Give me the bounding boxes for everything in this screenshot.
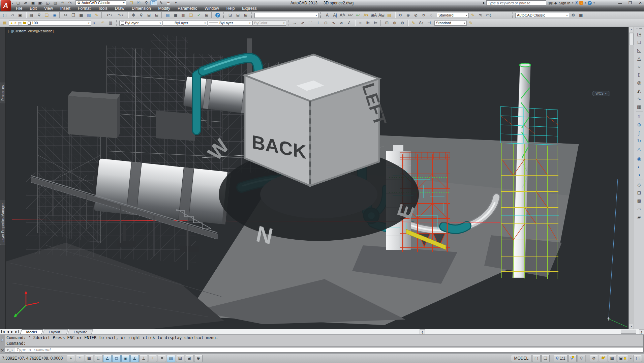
cylinder-icon[interactable]: ▯ bbox=[635, 70, 643, 79]
text-box-icon[interactable]: ▭t bbox=[485, 12, 492, 19]
command-input[interactable] bbox=[15, 347, 643, 352]
layer-properties-manager-icon[interactable]: ▤ bbox=[1, 20, 8, 26]
prev-tab-icon[interactable]: ◀ bbox=[6, 330, 10, 333]
polar-tracking-toggle[interactable]: ∠ bbox=[103, 355, 112, 362]
save-icon[interactable]: ▣ bbox=[17, 12, 24, 19]
lineweight-toggle[interactable]: ≡ bbox=[158, 355, 166, 362]
minimize-button[interactable]: — bbox=[618, 1, 622, 5]
send-to-back-icon[interactable]: ↻ bbox=[420, 12, 427, 19]
tab-model[interactable]: Model bbox=[20, 329, 43, 334]
annotation-order-icon[interactable]: ◌ bbox=[428, 12, 435, 19]
revolve-icon[interactable]: ↻ bbox=[635, 137, 643, 145]
scroll-right-icon[interactable]: ❯ bbox=[639, 329, 644, 334]
print-icon[interactable]: ▤ bbox=[52, 0, 59, 5]
command-grip[interactable] bbox=[1, 335, 4, 337]
cone-icon[interactable]: △ bbox=[635, 54, 643, 62]
workspace-settings-gear-icon[interactable]: ⚙ bbox=[570, 12, 577, 19]
find-text-icon[interactable]: ABC bbox=[347, 12, 354, 19]
scroll-up-icon[interactable]: ▲ bbox=[629, 27, 634, 32]
text-style-combo[interactable]: Standard▼ bbox=[437, 13, 469, 18]
offset-faces-icon[interactable]: ⊠ bbox=[635, 197, 643, 205]
transfer-icon[interactable]: ❏ bbox=[128, 0, 135, 5]
zoom-previous-icon[interactable]: ⊟ bbox=[153, 12, 160, 19]
3d-dwf-icon[interactable]: ◉ bbox=[51, 12, 58, 19]
hyperlink-icon[interactable]: ⊟ bbox=[234, 12, 242, 19]
justify-text-icon[interactable]: A⊟ bbox=[378, 12, 385, 19]
presspull-icon[interactable]: ⊕ bbox=[635, 121, 643, 129]
compass-west[interactable]: W bbox=[203, 134, 233, 164]
layer-properties-manager-palette-tab[interactable]: Layer Properties Manager bbox=[0, 201, 5, 245]
polysolid-icon[interactable]: ◳ bbox=[635, 30, 643, 38]
dim-style-brush-icon[interactable]: ✎ bbox=[467, 20, 474, 26]
clean-screen-icon[interactable]: ▢ bbox=[634, 355, 642, 362]
menu-modify[interactable]: Modify bbox=[155, 6, 174, 11]
match-properties-icon[interactable]: ✎ bbox=[93, 12, 100, 19]
tab-layout1[interactable]: Layout1 bbox=[42, 329, 68, 334]
make-object-layer-current-icon[interactable]: ⇤ bbox=[91, 20, 99, 26]
zoom-window-icon[interactable]: ⊞ bbox=[145, 12, 153, 19]
extrude-faces-icon[interactable]: ◇ bbox=[635, 181, 643, 189]
command-customize-wrench-icon[interactable]: ⚒ bbox=[0, 349, 4, 352]
menu-parametric[interactable]: Parametric bbox=[174, 6, 201, 11]
edit-text-icon[interactable]: A✎ bbox=[339, 12, 346, 19]
help-caret-icon[interactable]: ▼ bbox=[593, 2, 595, 4]
command-history[interactable]: Command: '_3dorbit Press ESC or ENTER to… bbox=[5, 335, 644, 347]
menu-format[interactable]: Format bbox=[74, 6, 94, 11]
etransmit-icon[interactable]: ⊡ bbox=[226, 12, 234, 19]
dim-aligned-icon[interactable]: ⇗ bbox=[299, 20, 306, 26]
shell-icon[interactable]: ▱ bbox=[635, 205, 643, 213]
quick-properties-toggle[interactable]: ▤ bbox=[176, 355, 184, 362]
vertical-scroll-thumb[interactable] bbox=[629, 33, 634, 45]
grid-display-toggle[interactable]: ▦ bbox=[85, 355, 93, 362]
dim-update-icon[interactable]: ⊣ bbox=[425, 20, 433, 26]
designcenter-icon[interactable]: ▦ bbox=[172, 12, 179, 19]
tab-layout2[interactable]: Layout2 bbox=[67, 329, 93, 334]
move-faces-icon[interactable]: ⊡ bbox=[635, 189, 643, 197]
last-tab-icon[interactable]: ▶ bbox=[14, 330, 19, 333]
3d-object-snap-toggle[interactable]: ▣ bbox=[121, 355, 130, 362]
menu-tools[interactable]: Tools bbox=[94, 6, 111, 11]
batch-plot-icon[interactable]: ⎘ bbox=[135, 0, 142, 5]
coordinates-readout[interactable]: 7.3392E+07, 4.7628E+08, 0.0000 bbox=[2, 356, 66, 361]
quickcalc-icon[interactable]: ⊞ bbox=[203, 12, 210, 19]
annotation-scale-button[interactable]: ⚲ 1:1 bbox=[554, 355, 567, 362]
toolbar-grip[interactable] bbox=[637, 28, 642, 29]
object-snap-toggle[interactable]: □ bbox=[112, 355, 121, 362]
workspaces-combo[interactable]: AutoCAD Classic▼ bbox=[515, 13, 569, 18]
single-line-text-icon[interactable]: A| bbox=[331, 12, 339, 19]
application-menu-button[interactable]: A bbox=[1, 0, 11, 11]
dim-continue-icon[interactable]: ⊨ bbox=[372, 20, 379, 26]
text-abc-icon[interactable]: ᴬᴮ| bbox=[477, 12, 484, 19]
markup-icon[interactable]: ✓ bbox=[195, 12, 203, 19]
extrude-icon[interactable]: ⇧ bbox=[635, 113, 643, 121]
help-icon[interactable]: ? bbox=[214, 12, 221, 19]
sign-in-button[interactable]: Sign In bbox=[559, 1, 570, 5]
layer-previous-icon[interactable]: ▥ bbox=[107, 20, 114, 26]
box-icon[interactable]: □ bbox=[635, 38, 643, 46]
loft-icon[interactable]: ◬ bbox=[635, 145, 643, 153]
dim-angular-icon[interactable]: ∠ bbox=[345, 20, 353, 26]
dim-quick-icon[interactable]: ≡ bbox=[357, 20, 364, 26]
viewcube[interactable]: W N E BACK LEFT bbox=[6, 27, 628, 329]
dim-linear-icon[interactable]: ↔ bbox=[291, 20, 299, 26]
properties-palette-tab[interactable]: Properties bbox=[0, 83, 5, 103]
bring-above-icon[interactable]: ⊕ bbox=[404, 12, 412, 19]
infer-constraints-toggle[interactable]: ⌖ bbox=[67, 355, 75, 362]
plot-preview-icon[interactable]: ◱▾ bbox=[44, 0, 51, 5]
dynamic-ucs-toggle[interactable]: ⊥ bbox=[140, 355, 148, 362]
paste-icon[interactable]: ▦ bbox=[78, 12, 85, 19]
wcs-dropdown[interactable]: WCS▼ bbox=[592, 91, 610, 96]
annotation-monitor-toggle[interactable]: ⊕ bbox=[194, 355, 203, 362]
sweep-icon[interactable]: ∫ bbox=[635, 129, 643, 137]
model-space-icon[interactable]: ▢ bbox=[532, 355, 541, 362]
horizontal-scroll-track[interactable] bbox=[425, 329, 639, 334]
render-teapot-icon[interactable]: ☕ bbox=[165, 0, 172, 5]
vertical-scrollbar[interactable]: ▲ ▼ bbox=[628, 27, 634, 329]
copy-icon[interactable]: ❐ bbox=[70, 12, 77, 19]
dim-arc-length-icon[interactable]: ⌒ bbox=[307, 20, 314, 26]
scroll-left-icon[interactable]: ❮ bbox=[420, 329, 425, 334]
dim-diameter-icon[interactable]: ⌀ bbox=[338, 20, 345, 26]
horizontal-scrollbar[interactable]: ❮ ❯ bbox=[420, 329, 644, 334]
cut-icon[interactable]: ✂ bbox=[62, 12, 69, 19]
selection-cycling-toggle[interactable]: ⊞ bbox=[185, 355, 193, 362]
